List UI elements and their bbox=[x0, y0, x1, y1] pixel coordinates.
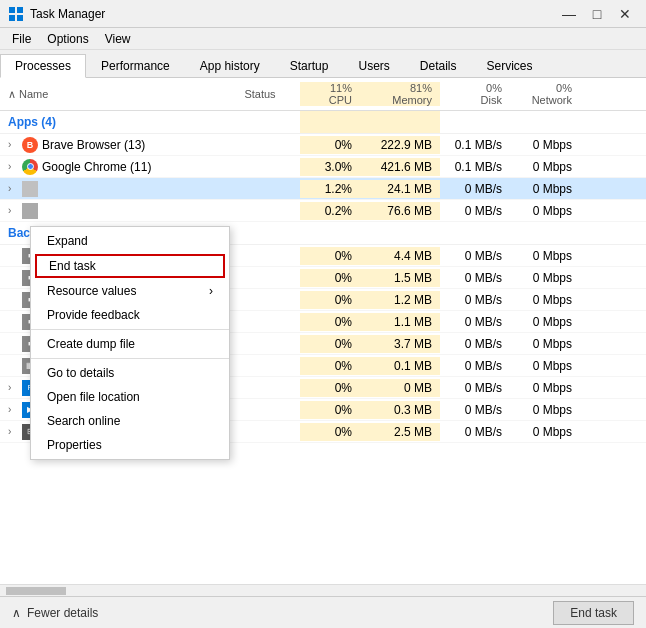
expand-arrow-brave: › bbox=[8, 139, 18, 150]
title-bar: Task Manager — □ ✕ bbox=[0, 0, 646, 28]
expand-arrow-app3: › bbox=[8, 183, 18, 194]
expand-arrow-chrome: › bbox=[8, 161, 18, 172]
row-brave[interactable]: › B Brave Browser (13) 0% 222.9 MB 0.1 M… bbox=[0, 134, 646, 156]
svg-rect-2 bbox=[9, 15, 15, 21]
svg-rect-0 bbox=[9, 7, 15, 13]
apps-section-title: Apps (4) bbox=[0, 111, 220, 133]
ctx-search-online[interactable]: Search online bbox=[31, 409, 229, 433]
title-bar-controls: — □ ✕ bbox=[556, 4, 638, 24]
svg-rect-3 bbox=[17, 15, 23, 21]
cell-brave-name: › B Brave Browser (13) bbox=[0, 135, 220, 155]
col-header-disk[interactable]: 0% Disk bbox=[440, 82, 510, 106]
ctx-separator-2 bbox=[31, 358, 229, 359]
app-icon bbox=[8, 6, 24, 22]
minimize-button[interactable]: — bbox=[556, 4, 582, 24]
ctx-create-dump[interactable]: Create dump file bbox=[31, 332, 229, 356]
tab-details[interactable]: Details bbox=[405, 53, 472, 77]
tab-processes[interactable]: Processes bbox=[0, 54, 86, 78]
main-content: ∧ Name Status 11% CPU 81% Memory 0% Disk… bbox=[0, 78, 646, 596]
svg-rect-1 bbox=[17, 7, 23, 13]
cell-app3-status bbox=[220, 187, 300, 191]
expand-arrow-app4: › bbox=[8, 205, 18, 216]
end-task-button[interactable]: End task bbox=[553, 601, 634, 625]
menu-file[interactable]: File bbox=[4, 30, 39, 48]
cell-chrome-disk: 0.1 MB/s bbox=[440, 158, 510, 176]
bottom-bar: ∧ Fewer details End task bbox=[0, 596, 646, 628]
cell-brave-memory: 222.9 MB bbox=[360, 136, 440, 154]
section-apps: Apps (4) bbox=[0, 111, 646, 134]
cell-chrome-network: 0 Mbps bbox=[510, 158, 580, 176]
fewer-details-arrow-icon: ∧ bbox=[12, 606, 21, 620]
cell-chrome-status bbox=[220, 165, 300, 169]
ctx-go-to-details[interactable]: Go to details bbox=[31, 361, 229, 385]
row-app3[interactable]: › 1.2% 24.1 MB 0 MB/s 0 Mbps bbox=[0, 178, 646, 200]
cell-chrome-cpu: 3.0% bbox=[300, 158, 360, 176]
cell-app3-disk: 0 MB/s bbox=[440, 180, 510, 198]
cell-app4-cpu: 0.2% bbox=[300, 202, 360, 220]
row-chrome[interactable]: › Google Chrome (11) 3.0% 421.6 MB 0.1 M… bbox=[0, 156, 646, 178]
col-header-memory[interactable]: 81% Memory bbox=[360, 82, 440, 106]
col-header-name[interactable]: ∧ Name bbox=[0, 88, 220, 101]
title-bar-left: Task Manager bbox=[8, 6, 105, 22]
ctx-open-file-location[interactable]: Open file location bbox=[31, 385, 229, 409]
menu-bar: File Options View bbox=[0, 28, 646, 50]
ctx-resource-values[interactable]: Resource values › bbox=[31, 279, 229, 303]
cell-app3-network: 0 Mbps bbox=[510, 180, 580, 198]
tab-bar: Processes Performance App history Startu… bbox=[0, 50, 646, 78]
tab-services[interactable]: Services bbox=[472, 53, 548, 77]
cell-brave-status bbox=[220, 143, 300, 147]
menu-options[interactable]: Options bbox=[39, 30, 96, 48]
sort-arrow: ∧ bbox=[8, 88, 16, 100]
menu-view[interactable]: View bbox=[97, 30, 139, 48]
close-button[interactable]: ✕ bbox=[612, 4, 638, 24]
fewer-details-button[interactable]: ∧ Fewer details bbox=[12, 606, 98, 620]
maximize-button[interactable]: □ bbox=[584, 4, 610, 24]
cell-app3-memory: 24.1 MB bbox=[360, 180, 440, 198]
cell-brave-network: 0 Mbps bbox=[510, 136, 580, 154]
cell-app3-name: › bbox=[0, 179, 220, 199]
app4-icon bbox=[22, 203, 38, 219]
cell-brave-disk: 0.1 MB/s bbox=[440, 136, 510, 154]
title-bar-text: Task Manager bbox=[30, 7, 105, 21]
cell-app4-memory: 76.6 MB bbox=[360, 202, 440, 220]
tab-performance[interactable]: Performance bbox=[86, 53, 185, 77]
submenu-arrow-icon: › bbox=[209, 284, 213, 298]
tab-startup[interactable]: Startup bbox=[275, 53, 344, 77]
ctx-expand[interactable]: Expand bbox=[31, 229, 229, 253]
cell-chrome-memory: 421.6 MB bbox=[360, 158, 440, 176]
col-header-status[interactable]: Status bbox=[220, 88, 300, 100]
ctx-end-task[interactable]: End task bbox=[35, 254, 225, 278]
fewer-details-label: Fewer details bbox=[27, 606, 98, 620]
brave-icon: B bbox=[22, 137, 38, 153]
cell-app4-status bbox=[220, 209, 300, 213]
context-menu: Expand End task Resource values › Provid… bbox=[30, 226, 230, 460]
cell-chrome-name: › Google Chrome (11) bbox=[0, 157, 220, 177]
tab-users[interactable]: Users bbox=[343, 53, 404, 77]
ctx-properties[interactable]: Properties bbox=[31, 433, 229, 457]
h-scroll-thumb[interactable] bbox=[6, 587, 66, 595]
col-header-network[interactable]: 0% Network bbox=[510, 82, 580, 106]
cell-app4-disk: 0 MB/s bbox=[440, 202, 510, 220]
ctx-provide-feedback[interactable]: Provide feedback bbox=[31, 303, 229, 327]
app3-icon bbox=[22, 181, 38, 197]
tab-app-history[interactable]: App history bbox=[185, 53, 275, 77]
col-header-cpu[interactable]: 11% CPU bbox=[300, 82, 360, 106]
table-header: ∧ Name Status 11% CPU 81% Memory 0% Disk… bbox=[0, 78, 646, 111]
row-app4[interactable]: › 0.2% 76.6 MB 0 MB/s 0 Mbps bbox=[0, 200, 646, 222]
cell-app4-network: 0 Mbps bbox=[510, 202, 580, 220]
cell-brave-cpu: 0% bbox=[300, 136, 360, 154]
cell-app3-cpu: 1.2% bbox=[300, 180, 360, 198]
horizontal-scrollbar[interactable] bbox=[0, 584, 646, 596]
cell-app4-name: › bbox=[0, 201, 220, 221]
ctx-separator-1 bbox=[31, 329, 229, 330]
chrome-icon bbox=[22, 159, 38, 175]
